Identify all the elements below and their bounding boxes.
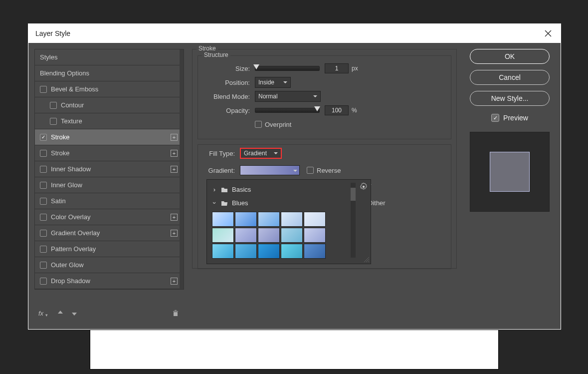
sidebar-item-drop-shadow[interactable]: Drop Shadow+	[35, 273, 184, 289]
gradient-swatch[interactable]	[304, 212, 326, 227]
gradient-swatch[interactable]	[281, 228, 303, 243]
sidebar-item-color-overlay[interactable]: Color Overlay+	[35, 209, 184, 225]
styles-sidebar: Styles Blending Options Bevel & Emboss C…	[34, 49, 184, 323]
gradient-swatch[interactable]	[235, 212, 257, 227]
checkbox[interactable]	[40, 262, 47, 269]
gradient-swatch[interactable]	[212, 228, 234, 243]
sidebar-item-label: Inner Shadow	[51, 165, 91, 173]
overprint-checkbox[interactable]: Overprint	[255, 121, 291, 128]
slider-thumb[interactable]	[253, 64, 259, 69]
add-icon[interactable]: +	[171, 166, 178, 173]
checkbox[interactable]	[40, 150, 47, 157]
sidebar-item-label: Outer Glow	[51, 261, 84, 269]
chevron-down-icon: ▾	[45, 313, 48, 318]
position-label: Position:	[205, 79, 250, 86]
gradient-swatch[interactable]	[235, 244, 257, 259]
add-icon[interactable]: +	[171, 134, 178, 141]
folder-icon	[221, 186, 228, 193]
opacity-slider[interactable]	[255, 108, 320, 113]
gradient-swatch[interactable]	[212, 244, 234, 259]
checkbox[interactable]	[40, 198, 47, 205]
sidebar-item-label: Stroke	[51, 149, 70, 157]
gradient-picker-panel: › Basics › Blues	[206, 179, 371, 264]
size-unit: px	[352, 65, 358, 72]
size-slider[interactable]	[255, 66, 320, 71]
blend-mode-select[interactable]: Normal	[255, 91, 321, 102]
sidebar-item-styles[interactable]: Styles	[35, 49, 184, 65]
group-label: Stroke	[196, 45, 218, 52]
gradient-swatch[interactable]	[235, 228, 257, 243]
reverse-checkbox[interactable]: Reverse	[307, 167, 341, 174]
gradient-swatch[interactable]	[212, 212, 234, 227]
checkbox[interactable]	[40, 230, 47, 237]
sidebar-item-label: Styles	[40, 53, 57, 61]
checkbox[interactable]	[40, 134, 47, 141]
add-icon[interactable]: +	[171, 278, 178, 285]
sidebar-item-label: Gradient Overlay	[51, 229, 100, 237]
checkbox[interactable]	[40, 182, 47, 189]
chevron-down-icon	[313, 93, 317, 100]
checkbox[interactable]	[40, 246, 47, 253]
sidebar-item-bevel-emboss[interactable]: Bevel & Emboss	[35, 81, 184, 97]
folder-basics[interactable]: › Basics	[210, 183, 349, 196]
close-button[interactable]	[543, 28, 554, 39]
add-icon[interactable]: +	[171, 150, 178, 157]
checkbox[interactable]	[255, 121, 262, 128]
blend-mode-label: Blend Mode:	[205, 93, 250, 100]
preview-toggle[interactable]: Preview	[491, 114, 528, 122]
gradient-swatch[interactable]	[258, 244, 280, 259]
sidebar-item-stroke[interactable]: Stroke+	[35, 129, 184, 145]
folder-open-icon	[221, 200, 228, 207]
opacity-input[interactable]	[325, 105, 349, 115]
dialog-title: Layer Style	[35, 29, 70, 37]
folder-blues[interactable]: › Blues	[210, 196, 349, 210]
gradient-swatch[interactable]	[281, 244, 303, 259]
gradient-swatch[interactable]	[281, 212, 303, 227]
size-input[interactable]	[325, 63, 349, 73]
checkbox[interactable]	[40, 86, 47, 93]
fill-type-select[interactable]: Gradient	[240, 148, 282, 159]
sidebar-item-gradient-overlay[interactable]: Gradient Overlay+	[35, 225, 184, 241]
gradient-swatch[interactable]	[258, 228, 280, 243]
sidebar-item-stroke-2[interactable]: Stroke+	[35, 145, 184, 161]
sidebar-item-label: Inner Glow	[51, 181, 82, 189]
slider-thumb[interactable]	[314, 106, 320, 111]
picker-scrollbar[interactable]	[351, 183, 356, 258]
sidebar-item-texture[interactable]: Texture	[35, 113, 184, 129]
sidebar-item-satin[interactable]: Satin	[35, 193, 184, 209]
sidebar-item-outer-glow[interactable]: Outer Glow	[35, 257, 184, 273]
checkbox[interactable]	[50, 118, 57, 125]
stroke-group: Stroke Structure Size: px Position: Insi…	[192, 49, 457, 269]
resize-grip[interactable]	[363, 256, 370, 263]
sidebar-item-contour[interactable]: Contour	[35, 97, 184, 113]
cancel-button[interactable]: Cancel	[470, 70, 550, 85]
position-select[interactable]: Inside	[255, 77, 291, 88]
gradient-picker-button[interactable]	[240, 165, 300, 175]
move-down-button[interactable]	[70, 309, 79, 318]
gradient-swatch[interactable]	[258, 212, 280, 227]
ok-button[interactable]: OK	[470, 49, 550, 64]
scrollbar-thumb[interactable]	[351, 188, 356, 201]
sidebar-item-inner-glow[interactable]: Inner Glow	[35, 177, 184, 193]
checkbox[interactable]	[307, 167, 314, 174]
gradient-swatch[interactable]	[304, 228, 326, 243]
add-icon[interactable]: +	[171, 214, 178, 221]
add-icon[interactable]: +	[171, 230, 178, 237]
sidebar-item-inner-shadow[interactable]: Inner Shadow+	[35, 161, 184, 177]
checkbox[interactable]	[50, 102, 57, 109]
gradient-label: Gradient:	[201, 167, 235, 174]
delete-button[interactable]	[171, 309, 180, 318]
sidebar-item-pattern-overlay[interactable]: Pattern Overlay	[35, 241, 184, 257]
checkbox[interactable]	[491, 114, 499, 122]
checkbox[interactable]	[40, 214, 47, 221]
gradient-swatch[interactable]	[304, 244, 326, 259]
sidebar-item-label: Stroke	[51, 133, 70, 141]
picker-settings-button[interactable]	[360, 183, 368, 193]
move-up-button[interactable]	[56, 309, 65, 318]
checkbox[interactable]	[40, 278, 47, 285]
checkbox[interactable]	[40, 166, 47, 173]
new-style-button[interactable]: New Style...	[470, 91, 550, 106]
styles-list: Styles Blending Options Bevel & Emboss C…	[34, 49, 184, 290]
fx-menu-button[interactable]: fx	[38, 310, 43, 317]
sidebar-item-blending-options[interactable]: Blending Options	[35, 65, 184, 81]
